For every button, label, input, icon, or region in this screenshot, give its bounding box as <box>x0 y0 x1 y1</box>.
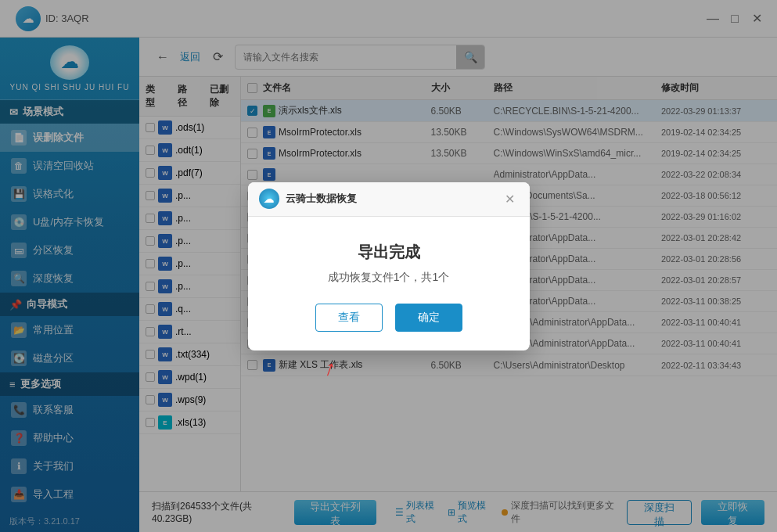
modal-body: 导出完成 成功恢复文件1个，共1个 <box>248 217 530 304</box>
modal-overlay: ☁ 云骑士数据恢复 ✕ 导出完成 成功恢复文件1个，共1个 查看 确定 <box>0 0 777 532</box>
modal-footer: 查看 确定 <box>248 304 530 350</box>
modal-dialog: ☁ 云骑士数据恢复 ✕ 导出完成 成功恢复文件1个，共1个 查看 确定 <box>248 182 530 350</box>
modal-header: ☁ 云骑士数据恢复 ✕ <box>248 182 530 217</box>
modal-view-button[interactable]: 查看 <box>315 304 383 332</box>
modal-sub-text: 成功恢复文件1个，共1个 <box>264 271 514 285</box>
modal-close-button[interactable]: ✕ <box>502 190 519 207</box>
modal-title: 云骑士数据恢复 <box>286 192 495 206</box>
modal-main-text: 导出完成 <box>264 242 514 263</box>
modal-confirm-button[interactable]: 确定 <box>395 304 462 332</box>
modal-logo-icon: ☁ <box>259 189 279 209</box>
